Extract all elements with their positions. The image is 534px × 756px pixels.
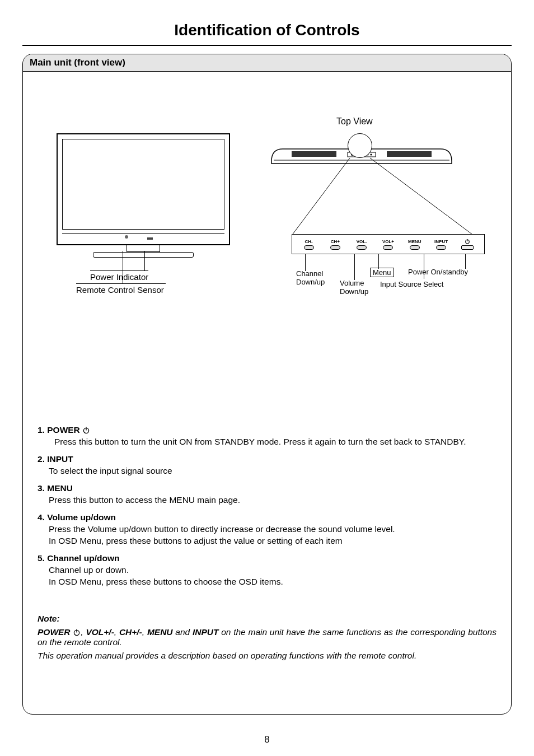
label-power-indicator: Power Indicator xyxy=(90,270,148,282)
callout-line xyxy=(354,254,355,280)
magnifier-circle xyxy=(348,133,372,158)
remote-sensor-dot xyxy=(125,235,128,239)
page-number: 8 xyxy=(0,735,534,745)
button-panel: CH- CH+ VOL- VOL+ MENU xyxy=(292,234,485,254)
note-block: Note: POWER , VOL+/-, CH+/-, MENU and IN… xyxy=(23,594,511,661)
svg-point-8 xyxy=(370,153,372,155)
svg-rect-1 xyxy=(292,151,336,157)
callout-power: Power On/standby xyxy=(408,268,468,276)
item-volume-body: Press the Volume up/down button to direc… xyxy=(38,524,496,547)
power-icon xyxy=(73,627,81,637)
panel-power xyxy=(456,239,479,250)
panel-menu-label: MENU xyxy=(408,239,421,244)
label-remote-sensor: Remote Control Sensor xyxy=(76,283,166,295)
content-frame: Main unit (front view) Power Indicator R… xyxy=(22,54,512,715)
item-input: 2. INPUT To select the input signal sour… xyxy=(38,454,496,477)
callout-input-source: Input Source Select xyxy=(380,280,443,288)
tv-front-illustration xyxy=(57,133,230,258)
panel-vol-plus-label: VOL+ xyxy=(382,239,394,244)
item-input-body: To select the input signal source xyxy=(38,465,496,477)
panel-ch-plus: CH+ xyxy=(324,239,347,250)
panel-vol-plus: VOL+ xyxy=(376,239,400,250)
title-rule xyxy=(22,45,512,46)
item-power: 1. POWER Press this button to turn the u… xyxy=(38,424,496,448)
tv-screen xyxy=(57,133,230,245)
svg-rect-2 xyxy=(387,151,432,157)
descriptions: 1. POWER Press this button to turn the u… xyxy=(23,329,511,588)
note-line-1: POWER , VOL+/-, CH+/-, MENU and INPUT on… xyxy=(38,627,496,648)
item-menu-body: Press this button to access the MENU mai… xyxy=(38,494,496,506)
panel-ch-plus-label: CH+ xyxy=(331,239,340,244)
panel-input: INPUT xyxy=(429,239,453,250)
svg-line-9 xyxy=(293,158,350,234)
item-menu: 3. MENU Press this button to access the … xyxy=(38,483,496,506)
section-header: Main unit (front view) xyxy=(23,54,511,72)
item-channel: 5. Channel up/down Channel up or down. I… xyxy=(38,553,496,588)
callout-line xyxy=(378,254,379,269)
callout-menu: Menu xyxy=(370,268,394,277)
page-title: Identification of Controls xyxy=(0,0,534,45)
svg-line-10 xyxy=(370,158,472,234)
panel-input-label: INPUT xyxy=(434,239,448,244)
panel-vol-minus: VOL- xyxy=(350,239,373,250)
panel-vol-minus-label: VOL- xyxy=(357,239,367,244)
item-channel-body: Channel up or down. In OSD Menu, press t… xyxy=(38,564,496,588)
diagram-area: Power Indicator Remote Control Sensor To… xyxy=(23,72,511,329)
panel-ch-minus: CH- xyxy=(297,239,321,250)
top-view-label: Top View xyxy=(336,116,373,127)
panel-menu: MENU xyxy=(403,239,427,250)
note-line-2: This operation manual provides a descrip… xyxy=(38,651,496,661)
callout-line xyxy=(305,254,306,271)
note-heading: Note: xyxy=(38,614,496,624)
power-led-mark xyxy=(147,237,153,240)
item-volume: 4. Volume up/down Press the Volume up/do… xyxy=(38,512,496,547)
power-icon xyxy=(82,424,90,436)
callout-volume: VolumeDown/up xyxy=(340,279,368,296)
item-power-body: Press this button to turn the unit ON fr… xyxy=(38,436,496,448)
callout-channel: ChannelDown/up xyxy=(296,269,325,286)
panel-ch-minus-label: CH- xyxy=(305,239,313,244)
callout-line xyxy=(465,254,466,269)
power-icon xyxy=(465,239,470,244)
